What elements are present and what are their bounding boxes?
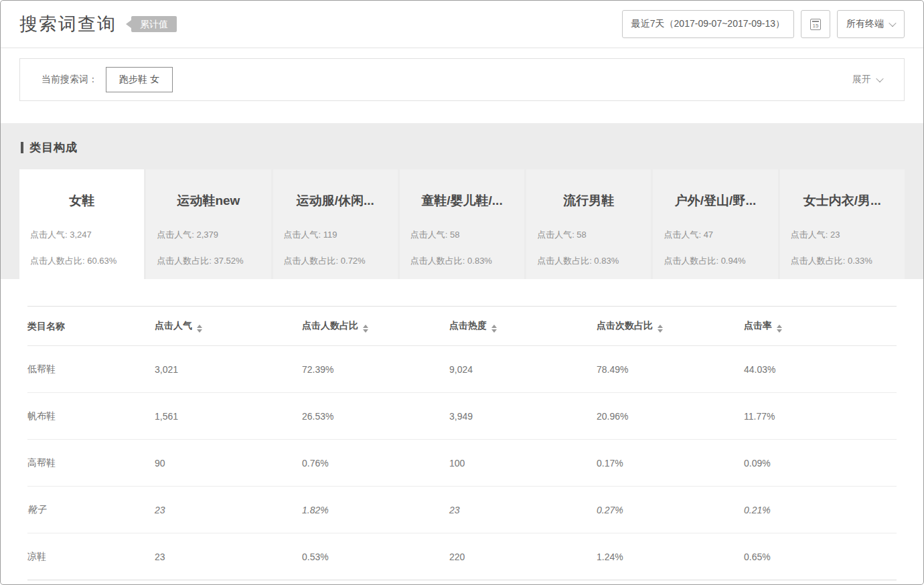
section-title-row: 类目构成: [1, 123, 923, 169]
table-cell: 3,021: [155, 346, 302, 393]
table-cell: 凉鞋: [27, 533, 155, 580]
table-cell: 0.76%: [302, 440, 449, 487]
tab-click-popularity: 点击人气: 47: [664, 229, 777, 241]
column-header[interactable]: 点击次数占比: [597, 307, 744, 346]
sort-icon[interactable]: [363, 325, 368, 333]
tab-click-popularity: 点击人气: 2,379: [157, 229, 271, 241]
column-header[interactable]: 点击率: [744, 307, 897, 346]
category-table-wrap: 类目名称点击人气点击人数占比点击热度点击次数占比点击率 低帮鞋3,02172.3…: [1, 306, 923, 580]
search-keyword-box[interactable]: 跑步鞋 女: [106, 67, 173, 92]
search-term-query-page: 搜索词查询 累计值 最近7天（2017-09-07~2017-09-13） 15…: [0, 0, 924, 585]
column-header-label: 类目名称: [27, 321, 65, 331]
table-cell: 1.24%: [597, 533, 744, 580]
table-cell: 3,949: [449, 393, 597, 440]
category-table: 类目名称点击人气点击人数占比点击热度点击次数占比点击率 低帮鞋3,02172.3…: [27, 306, 897, 580]
table-cell: 低帮鞋: [27, 346, 155, 393]
table-cell: 0.21%: [744, 487, 897, 533]
table-body: 低帮鞋3,02172.39%9,02478.49%44.03%帆布鞋1,5612…: [27, 346, 897, 580]
terminal-dropdown[interactable]: 所有终端: [837, 10, 905, 38]
date-range-button[interactable]: 最近7天（2017-09-07~2017-09-13）: [622, 10, 794, 38]
tab-click-popularity: 点击人气: 23: [791, 229, 905, 241]
column-header-label: 点击次数占比: [597, 320, 653, 331]
table-row: 靴子231.82%230.27%0.21%: [27, 487, 897, 533]
category-tab[interactable]: 户外/登山/野... 点击人气: 47 点击人数占比: 0.94%: [653, 169, 777, 279]
column-header-label: 点击热度: [449, 320, 487, 331]
calendar-icon: 15: [810, 19, 821, 30]
category-tab-title: 童鞋/婴儿鞋/...: [400, 192, 524, 210]
table-cell: 44.03%: [744, 346, 897, 393]
column-header[interactable]: 点击人数占比: [302, 307, 449, 346]
table-cell: 帆布鞋: [27, 393, 155, 440]
table-cell: 23: [155, 487, 302, 533]
tab-click-ratio: 点击人数占比: 0.72%: [284, 255, 398, 267]
tab-click-ratio: 点击人数占比: 0.33%: [791, 255, 905, 267]
table-cell: 9,024: [449, 346, 597, 393]
current-search-panel: 当前搜索词： 跑步鞋 女 展开: [19, 58, 905, 101]
category-tab[interactable]: 运动鞋new 点击人气: 2,379 点击人数占比: 37.52%: [146, 169, 271, 279]
tab-click-ratio: 点击人数占比: 0.83%: [537, 255, 651, 267]
table-cell: 78.49%: [597, 346, 744, 393]
table-cell: 0.09%: [744, 440, 897, 487]
category-tab[interactable]: 女鞋 点击人气: 3,247 点击人数占比: 60.63%: [19, 169, 144, 279]
chevron-down-icon: [889, 19, 896, 27]
sort-icon[interactable]: [777, 325, 782, 333]
section-title: 类目构成: [29, 140, 78, 155]
header-controls: 最近7天（2017-09-07~2017-09-13） 15 所有终端: [622, 10, 905, 38]
table-cell: 0.65%: [744, 533, 897, 580]
page-title: 搜索词查询: [19, 12, 117, 36]
table-cell: 23: [449, 487, 597, 533]
column-header-label: 点击人数占比: [302, 320, 358, 331]
column-header[interactable]: 点击人气: [155, 307, 302, 346]
table-cell: 72.39%: [302, 346, 449, 393]
table-cell: 1,561: [155, 393, 302, 440]
current-search-label: 当前搜索词：: [42, 74, 98, 86]
table-cell: 靴子: [27, 487, 155, 533]
terminal-dropdown-label: 所有终端: [846, 18, 884, 30]
category-tab-title: 女士内衣/男...: [780, 192, 905, 210]
sort-icon[interactable]: [491, 325, 497, 333]
expand-label: 展开: [852, 74, 871, 86]
column-header-label: 点击人气: [155, 320, 192, 331]
table-cell: 0.17%: [597, 440, 744, 487]
table-cell: 26.53%: [302, 393, 449, 440]
chevron-down-icon: [876, 75, 883, 82]
category-tab-title: 运动服/休闲...: [273, 192, 398, 210]
table-row: 高帮鞋900.76%1000.17%0.09%: [27, 440, 897, 487]
table-cell: 11.77%: [744, 393, 897, 440]
category-tab-title: 女鞋: [19, 192, 144, 210]
table-cell: 0.27%: [597, 487, 744, 533]
table-cell: 20.96%: [597, 393, 744, 440]
cumulative-value-badge: 累计值: [131, 16, 177, 32]
column-header[interactable]: 点击热度: [449, 307, 597, 346]
tab-click-popularity: 点击人气: 119: [284, 229, 398, 241]
tab-click-ratio: 点击人数占比: 0.83%: [410, 255, 524, 267]
expand-toggle[interactable]: 展开: [852, 74, 882, 86]
category-tabs: 女鞋 点击人气: 3,247 点击人数占比: 60.63% 运动鞋new 点击人…: [1, 169, 923, 279]
table-header-row: 类目名称点击人气点击人数占比点击热度点击次数占比点击率: [27, 307, 897, 346]
category-tab[interactable]: 童鞋/婴儿鞋/... 点击人气: 58 点击人数占比: 0.83%: [400, 169, 524, 279]
sort-icon[interactable]: [658, 325, 663, 333]
tab-click-ratio: 点击人数占比: 37.52%: [157, 255, 271, 267]
table-cell: 100: [449, 440, 597, 487]
column-header: 类目名称: [27, 307, 155, 346]
table-row: 低帮鞋3,02172.39%9,02478.49%44.03%: [27, 346, 897, 393]
table-cell: 23: [155, 533, 302, 580]
section-marker: [21, 142, 23, 153]
table-row: 帆布鞋1,56126.53%3,94920.96%11.77%: [27, 393, 897, 440]
table-cell: 90: [155, 440, 302, 487]
table-row: 凉鞋230.53%2201.24%0.65%: [27, 533, 897, 580]
calendar-button[interactable]: 15: [801, 10, 830, 38]
sort-icon[interactable]: [197, 325, 202, 333]
table-cell: 1.82%: [302, 487, 449, 533]
page-header: 搜索词查询 累计值 最近7天（2017-09-07~2017-09-13） 15…: [1, 1, 923, 48]
table-cell: 220: [449, 533, 597, 580]
column-header-label: 点击率: [744, 320, 772, 331]
category-tab[interactable]: 流行男鞋 点击人气: 58 点击人数占比: 0.83%: [526, 169, 651, 279]
date-range-label: 最近7天（2017-09-07~2017-09-13）: [631, 18, 785, 30]
category-tab-title: 运动鞋new: [146, 192, 271, 210]
table-cell: 0.53%: [302, 533, 449, 580]
category-tab-title: 户外/登山/野...: [653, 192, 777, 210]
tab-click-ratio: 点击人数占比: 0.94%: [664, 255, 777, 267]
category-tab[interactable]: 女士内衣/男... 点击人气: 23 点击人数占比: 0.33%: [780, 169, 905, 279]
category-tab[interactable]: 运动服/休闲... 点击人气: 119 点击人数占比: 0.72%: [273, 169, 398, 279]
